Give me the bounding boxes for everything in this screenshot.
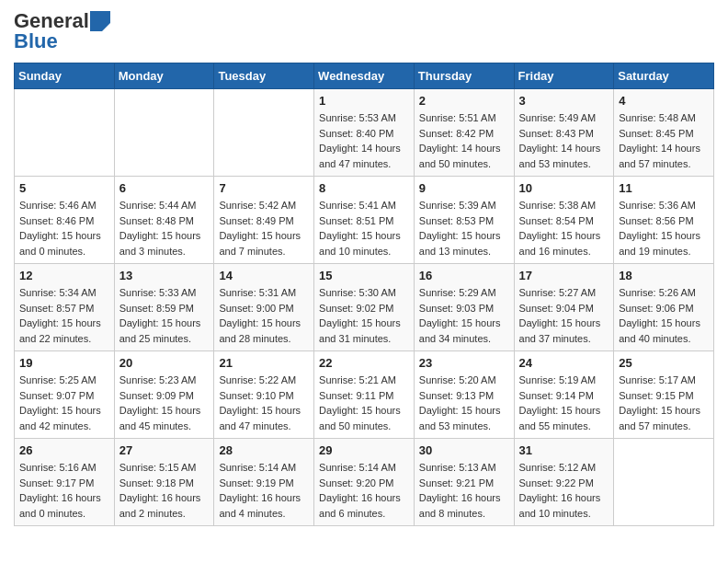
day-number: 26: [19, 443, 109, 457]
calendar-cell: 20Sunrise: 5:23 AM Sunset: 9:09 PM Dayli…: [114, 351, 214, 439]
calendar-cell: 16Sunrise: 5:29 AM Sunset: 9:03 PM Dayli…: [414, 264, 514, 351]
day-header-thursday: Thursday: [414, 63, 514, 89]
cell-info: Sunrise: 5:20 AM Sunset: 9:13 PM Dayligh…: [419, 373, 509, 433]
cell-info: Sunrise: 5:19 AM Sunset: 9:14 PM Dayligh…: [519, 373, 609, 433]
calendar-cell: 29Sunrise: 5:14 AM Sunset: 9:20 PM Dayli…: [314, 439, 415, 526]
day-header-sunday: Sunday: [15, 63, 115, 89]
cell-info: Sunrise: 5:13 AM Sunset: 9:21 PM Dayligh…: [419, 460, 509, 521]
day-number: 25: [619, 356, 709, 370]
calendar-week-row: 1Sunrise: 5:53 AM Sunset: 8:40 PM Daylig…: [15, 89, 714, 177]
calendar-cell: 15Sunrise: 5:30 AM Sunset: 9:02 PM Dayli…: [314, 264, 415, 351]
day-number: 30: [419, 443, 509, 457]
calendar-cell: 26Sunrise: 5:16 AM Sunset: 9:17 PM Dayli…: [15, 439, 115, 526]
cell-info: Sunrise: 5:33 AM Sunset: 8:59 PM Dayligh…: [119, 285, 210, 346]
calendar-cell: 24Sunrise: 5:19 AM Sunset: 9:14 PM Dayli…: [514, 351, 614, 439]
calendar-week-row: 19Sunrise: 5:25 AM Sunset: 9:07 PM Dayli…: [15, 351, 714, 439]
calendar-header: General Blue: [14, 9, 714, 53]
calendar-week-row: 12Sunrise: 5:34 AM Sunset: 8:57 PM Dayli…: [15, 264, 714, 351]
calendar-container: General Blue SundayMondayTuesdayWednesda…: [0, 0, 728, 535]
calendar-cell: [614, 439, 714, 526]
day-number: 9: [419, 181, 509, 195]
calendar-cell: 31Sunrise: 5:12 AM Sunset: 9:22 PM Dayli…: [514, 439, 614, 526]
calendar-cell: 1Sunrise: 5:53 AM Sunset: 8:40 PM Daylig…: [314, 89, 415, 177]
calendar-cell: 27Sunrise: 5:15 AM Sunset: 9:18 PM Dayli…: [114, 439, 214, 526]
cell-info: Sunrise: 5:39 AM Sunset: 8:53 PM Dayligh…: [419, 198, 509, 259]
cell-info: Sunrise: 5:26 AM Sunset: 9:06 PM Dayligh…: [619, 285, 709, 346]
day-number: 5: [19, 181, 109, 195]
cell-info: Sunrise: 5:31 AM Sunset: 9:00 PM Dayligh…: [219, 285, 309, 346]
day-number: 23: [419, 356, 509, 370]
day-number: 27: [119, 443, 210, 457]
cell-info: Sunrise: 5:12 AM Sunset: 9:22 PM Dayligh…: [519, 460, 609, 521]
calendar-cell: 21Sunrise: 5:22 AM Sunset: 9:10 PM Dayli…: [214, 351, 314, 439]
calendar-cell: 25Sunrise: 5:17 AM Sunset: 9:15 PM Dayli…: [614, 351, 714, 439]
cell-info: Sunrise: 5:41 AM Sunset: 8:51 PM Dayligh…: [319, 198, 409, 259]
day-number: 7: [219, 181, 309, 195]
cell-info: Sunrise: 5:53 AM Sunset: 8:40 PM Dayligh…: [319, 110, 409, 171]
calendar-cell: 4Sunrise: 5:48 AM Sunset: 8:45 PM Daylig…: [614, 89, 714, 177]
day-header-saturday: Saturday: [614, 63, 714, 89]
logo-blue-text: Blue: [14, 29, 58, 53]
day-number: 19: [19, 356, 109, 370]
day-number: 15: [319, 269, 409, 282]
calendar-cell: 9Sunrise: 5:39 AM Sunset: 8:53 PM Daylig…: [414, 177, 514, 264]
cell-info: Sunrise: 5:15 AM Sunset: 9:18 PM Dayligh…: [119, 460, 210, 521]
day-number: 18: [619, 269, 709, 282]
logo: General Blue: [14, 9, 110, 53]
calendar-week-row: 5Sunrise: 5:46 AM Sunset: 8:46 PM Daylig…: [15, 177, 714, 264]
calendar-cell: 11Sunrise: 5:36 AM Sunset: 8:56 PM Dayli…: [614, 177, 714, 264]
cell-info: Sunrise: 5:42 AM Sunset: 8:49 PM Dayligh…: [219, 198, 309, 259]
cell-info: Sunrise: 5:29 AM Sunset: 9:03 PM Dayligh…: [419, 285, 509, 346]
calendar-table: SundayMondayTuesdayWednesdayThursdayFrid…: [14, 63, 714, 526]
day-number: 13: [119, 269, 210, 282]
calendar-cell: [214, 89, 314, 177]
day-number: 4: [619, 94, 709, 108]
calendar-cell: 6Sunrise: 5:44 AM Sunset: 8:48 PM Daylig…: [114, 177, 214, 264]
calendar-cell: 7Sunrise: 5:42 AM Sunset: 8:49 PM Daylig…: [214, 177, 314, 264]
cell-info: Sunrise: 5:21 AM Sunset: 9:11 PM Dayligh…: [319, 373, 409, 433]
day-number: 20: [119, 356, 210, 370]
cell-info: Sunrise: 5:16 AM Sunset: 9:17 PM Dayligh…: [19, 460, 109, 521]
cell-info: Sunrise: 5:49 AM Sunset: 8:43 PM Dayligh…: [519, 110, 609, 171]
day-header-friday: Friday: [514, 63, 614, 89]
logo-icon: [90, 11, 110, 31]
calendar-cell: 17Sunrise: 5:27 AM Sunset: 9:04 PM Dayli…: [514, 264, 614, 351]
day-number: 10: [519, 181, 609, 195]
cell-info: Sunrise: 5:51 AM Sunset: 8:42 PM Dayligh…: [419, 110, 509, 171]
day-header-tuesday: Tuesday: [214, 63, 314, 89]
calendar-cell: 30Sunrise: 5:13 AM Sunset: 9:21 PM Dayli…: [414, 439, 514, 526]
calendar-cell: 23Sunrise: 5:20 AM Sunset: 9:13 PM Dayli…: [414, 351, 514, 439]
day-number: 12: [19, 269, 109, 282]
day-number: 8: [319, 181, 409, 195]
calendar-cell: 14Sunrise: 5:31 AM Sunset: 9:00 PM Dayli…: [214, 264, 314, 351]
day-header-wednesday: Wednesday: [314, 63, 415, 89]
day-number: 29: [319, 443, 409, 457]
cell-info: Sunrise: 5:14 AM Sunset: 9:19 PM Dayligh…: [219, 460, 309, 521]
calendar-cell: 22Sunrise: 5:21 AM Sunset: 9:11 PM Dayli…: [314, 351, 415, 439]
calendar-week-row: 26Sunrise: 5:16 AM Sunset: 9:17 PM Dayli…: [15, 439, 714, 526]
calendar-cell: 18Sunrise: 5:26 AM Sunset: 9:06 PM Dayli…: [614, 264, 714, 351]
day-number: 31: [519, 443, 609, 457]
day-number: 22: [319, 356, 409, 370]
day-number: 6: [119, 181, 210, 195]
day-number: 17: [519, 269, 609, 282]
cell-info: Sunrise: 5:36 AM Sunset: 8:56 PM Dayligh…: [619, 198, 709, 259]
day-number: 11: [619, 181, 709, 195]
calendar-cell: 12Sunrise: 5:34 AM Sunset: 8:57 PM Dayli…: [15, 264, 115, 351]
cell-info: Sunrise: 5:38 AM Sunset: 8:54 PM Dayligh…: [519, 198, 609, 259]
calendar-cell: 13Sunrise: 5:33 AM Sunset: 8:59 PM Dayli…: [114, 264, 214, 351]
calendar-cell: 28Sunrise: 5:14 AM Sunset: 9:19 PM Dayli…: [214, 439, 314, 526]
day-number: 14: [219, 269, 309, 282]
day-number: 3: [519, 94, 609, 108]
day-number: 1: [319, 94, 409, 108]
cell-info: Sunrise: 5:44 AM Sunset: 8:48 PM Dayligh…: [119, 198, 210, 259]
day-number: 21: [219, 356, 309, 370]
cell-info: Sunrise: 5:23 AM Sunset: 9:09 PM Dayligh…: [119, 373, 210, 433]
cell-info: Sunrise: 5:17 AM Sunset: 9:15 PM Dayligh…: [619, 373, 709, 433]
day-header-monday: Monday: [114, 63, 214, 89]
calendar-cell: 3Sunrise: 5:49 AM Sunset: 8:43 PM Daylig…: [514, 89, 614, 177]
calendar-header-row: SundayMondayTuesdayWednesdayThursdayFrid…: [15, 63, 714, 89]
cell-info: Sunrise: 5:22 AM Sunset: 9:10 PM Dayligh…: [219, 373, 309, 433]
calendar-cell: [15, 89, 115, 177]
calendar-cell: 19Sunrise: 5:25 AM Sunset: 9:07 PM Dayli…: [15, 351, 115, 439]
